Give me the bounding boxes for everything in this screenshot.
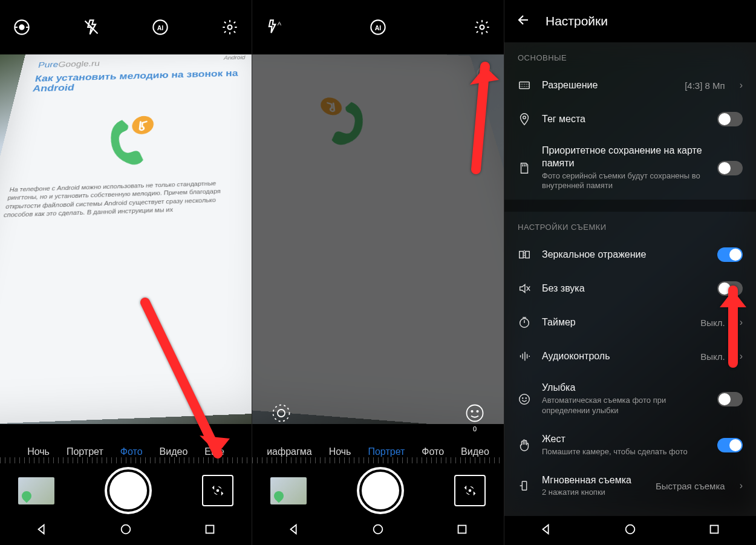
svg-point-20 bbox=[467, 405, 483, 422]
mode-aperture[interactable]: иафрагма bbox=[267, 446, 312, 457]
shutter-button[interactable] bbox=[357, 467, 404, 514]
svg-rect-50 bbox=[710, 526, 718, 534]
resolution-value: [4:3] 8 Мп bbox=[685, 80, 725, 91]
svg-point-21 bbox=[471, 411, 472, 412]
location-icon bbox=[518, 113, 531, 126]
sdcard-icon bbox=[518, 162, 531, 175]
nav-recent-icon[interactable] bbox=[708, 523, 721, 538]
android-navbar bbox=[0, 516, 252, 545]
mode-photo[interactable]: Фото bbox=[422, 446, 444, 457]
smile-toggle[interactable] bbox=[717, 392, 743, 406]
svg-point-45 bbox=[523, 397, 523, 398]
smile-icon bbox=[518, 393, 531, 406]
svg-point-6 bbox=[227, 25, 232, 30]
nav-home-icon[interactable] bbox=[624, 523, 637, 538]
svg-point-2 bbox=[19, 24, 24, 30]
flash-auto-icon[interactable]: A bbox=[264, 18, 284, 37]
mode-night[interactable]: Ночь bbox=[27, 446, 50, 457]
svg-text:AI: AI bbox=[157, 24, 164, 31]
svg-point-8 bbox=[122, 525, 131, 534]
gesture-toggle[interactable] bbox=[717, 438, 743, 452]
mode-video[interactable]: Видео bbox=[461, 446, 489, 457]
android-navbar bbox=[504, 516, 756, 545]
audio-icon bbox=[518, 350, 531, 363]
settings-title: Настройки bbox=[546, 14, 608, 28]
sd-priority-toggle[interactable] bbox=[717, 161, 743, 175]
setting-sd-priority[interactable]: Приоритетное сохранение на карте памяти … bbox=[504, 136, 756, 200]
effects-icon[interactable] bbox=[270, 402, 292, 424]
svg-point-29 bbox=[523, 116, 526, 119]
nav-back-icon[interactable] bbox=[539, 523, 553, 538]
setting-quickshot[interactable]: Мгновенная съемка 2 нажатия кнопки Быстр… bbox=[504, 466, 756, 507]
svg-rect-9 bbox=[206, 526, 213, 534]
setting-smile[interactable]: Улыбка Автоматическая съемка фото при оп… bbox=[504, 373, 756, 425]
android-navbar bbox=[252, 516, 504, 545]
settings-header: Настройки bbox=[504, 0, 756, 42]
annotation-arrow-settings bbox=[458, 42, 504, 178]
mute-icon bbox=[518, 282, 531, 295]
mode-portrait[interactable]: Портрет bbox=[67, 446, 103, 457]
svg-point-46 bbox=[526, 397, 526, 398]
flash-off-icon[interactable] bbox=[82, 18, 101, 37]
resolution-icon bbox=[518, 79, 531, 92]
gallery-thumbnail[interactable] bbox=[18, 477, 54, 504]
camera-modes[interactable]: иафрагма Ночь Портрет Фото Видео bbox=[252, 446, 504, 457]
svg-point-49 bbox=[626, 525, 635, 534]
setting-resolution[interactable]: Разрешение [4:3] 8 Мп › bbox=[504, 68, 756, 102]
mode-ruler bbox=[252, 457, 504, 463]
switch-camera-button[interactable] bbox=[454, 475, 486, 506]
chevron-right-icon: › bbox=[740, 80, 743, 91]
site-brand: PureGoogle.ru bbox=[37, 56, 246, 70]
svg-point-19 bbox=[278, 410, 285, 417]
svg-point-22 bbox=[477, 411, 478, 412]
beauty-row: 0 bbox=[252, 402, 504, 424]
nav-back-icon[interactable] bbox=[35, 523, 48, 538]
camera-topbar: AI bbox=[0, 0, 252, 54]
mirror-toggle[interactable] bbox=[717, 247, 743, 262]
article-headline: Как установить мелодию на звонок на Andr… bbox=[32, 68, 246, 94]
timer-icon bbox=[518, 316, 531, 329]
phone-ringtone-graphic bbox=[305, 89, 379, 149]
page-tag: Android bbox=[224, 54, 246, 60]
camera-settings-screen: Настройки ОСНОВНЫЕ Разрешение [4:3] 8 Мп… bbox=[504, 0, 756, 545]
svg-point-23 bbox=[469, 489, 472, 492]
lens-mode-icon[interactable] bbox=[12, 18, 31, 37]
svg-rect-33 bbox=[520, 252, 523, 258]
svg-text:A: A bbox=[278, 21, 282, 27]
svg-point-24 bbox=[374, 525, 383, 534]
svg-rect-25 bbox=[458, 526, 466, 534]
mirror-icon bbox=[518, 248, 531, 261]
mode-night[interactable]: Ночь bbox=[329, 446, 351, 457]
group-main-label: ОСНОВНЫЕ bbox=[504, 42, 756, 68]
settings-icon[interactable] bbox=[220, 18, 240, 37]
nav-home-icon[interactable] bbox=[371, 523, 385, 538]
beauty-level-value: 0 bbox=[473, 425, 477, 432]
geotag-toggle[interactable] bbox=[717, 112, 743, 126]
settings-icon[interactable] bbox=[472, 18, 492, 37]
svg-point-17 bbox=[480, 25, 484, 30]
quickshot-icon bbox=[518, 479, 531, 492]
svg-rect-34 bbox=[526, 252, 529, 258]
ai-mode-icon[interactable]: AI bbox=[151, 18, 170, 37]
chevron-right-icon: › bbox=[740, 480, 743, 491]
nav-recent-icon[interactable] bbox=[455, 523, 469, 538]
group-shooting-label: НАСТРОЙКИ СЪЕМКИ bbox=[504, 212, 756, 238]
setting-geotag[interactable]: Тег места bbox=[504, 102, 756, 136]
gallery-thumbnail[interactable] bbox=[270, 477, 307, 504]
camera-screen-photo: Android PureGoogle.ru Как установить мел… bbox=[0, 0, 252, 545]
svg-rect-47 bbox=[522, 481, 526, 491]
setting-gesture[interactable]: Жест Помашите камере, чтобы сделать фото bbox=[504, 425, 756, 466]
svg-point-18 bbox=[273, 405, 290, 422]
annotation-arrow-switchcam bbox=[133, 296, 242, 492]
nav-home-icon[interactable] bbox=[119, 523, 132, 538]
ai-mode-icon[interactable]: AI bbox=[368, 18, 388, 37]
mode-portrait[interactable]: Портрет bbox=[368, 446, 405, 457]
hand-icon bbox=[518, 439, 531, 452]
svg-text:AI: AI bbox=[375, 24, 382, 31]
back-icon[interactable] bbox=[516, 13, 531, 30]
svg-rect-26 bbox=[520, 82, 530, 89]
camera-screen-portrait: A AI 0 иафрагма Ночь Портрет Фото Видео bbox=[252, 0, 504, 545]
nav-back-icon[interactable] bbox=[287, 523, 301, 538]
nav-recent-icon[interactable] bbox=[203, 523, 217, 538]
beauty-level-icon[interactable]: 0 bbox=[464, 402, 486, 424]
